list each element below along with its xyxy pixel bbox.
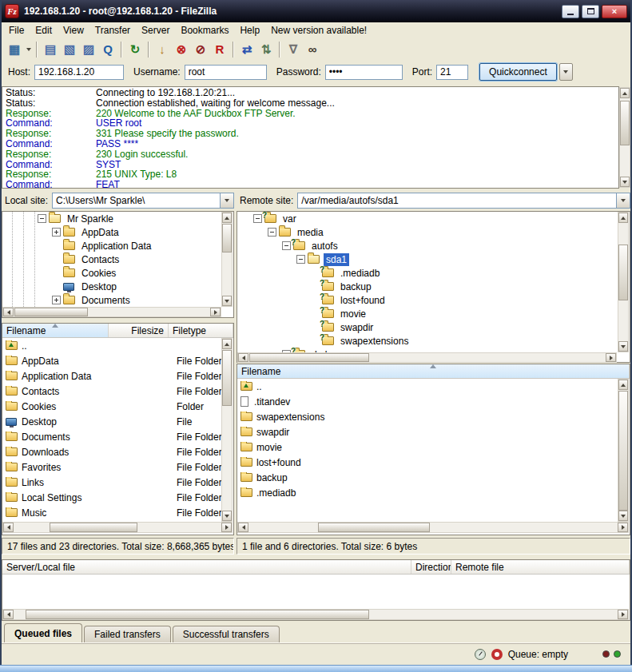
cancel-icon[interactable]: ⊗ <box>172 41 191 58</box>
collapse-icon[interactable] <box>296 255 305 264</box>
remote-tree-scrollbar[interactable] <box>618 212 629 352</box>
network-status-icon[interactable] <box>491 649 503 660</box>
column-header-filename[interactable]: Filename <box>237 364 630 378</box>
scroll-thumb[interactable] <box>14 308 88 316</box>
remote-file-row[interactable]: backup <box>237 470 630 485</box>
directory-comparison-icon[interactable]: ⇄ <box>237 41 256 58</box>
local-tree-toggle-icon[interactable]: ▧ <box>60 41 79 58</box>
local-tree-hscrollbar[interactable] <box>2 307 221 317</box>
refresh-icon[interactable]: ↻ <box>125 41 145 58</box>
menu-item-new-version-available[interactable]: New version available! <box>265 22 372 38</box>
local-list-hscrollbar[interactable] <box>2 522 233 533</box>
scroll-thumb[interactable] <box>26 610 369 619</box>
column-header-filetype[interactable]: Filetype <box>169 324 233 337</box>
collapse-icon[interactable] <box>282 241 291 250</box>
scroll-down-button[interactable] <box>618 341 628 352</box>
local-tree-item[interactable]: Documents <box>2 293 233 307</box>
scroll-left-button[interactable] <box>238 523 248 532</box>
local-file-row[interactable]: LinksFile Folder <box>2 475 233 490</box>
column-header-filename[interactable]: Filename <box>2 324 109 337</box>
collapse-icon[interactable] <box>38 214 46 223</box>
remote-tree-item[interactable]: sda1 <box>237 252 630 266</box>
local-file-row[interactable]: AppDataFile Folder <box>2 353 233 368</box>
remote-file-row[interactable]: swapextensions <box>237 409 630 424</box>
local-file-row[interactable]: Application DataFile Folder <box>2 368 233 384</box>
scroll-right-button[interactable] <box>606 353 616 362</box>
column-header-remote-file[interactable]: Remote file <box>451 560 630 574</box>
remote-file-row[interactable]: swapdir <box>237 424 630 439</box>
scroll-thumb[interactable] <box>249 353 369 362</box>
tab-queued-files[interactable]: Queued files <box>4 623 82 642</box>
speed-limits-icon[interactable] <box>475 649 486 660</box>
column-header-filesize[interactable]: Filesize <box>109 324 169 337</box>
synchronized-browsing-icon[interactable]: ⇅ <box>256 41 276 58</box>
column-header-server-local-file[interactable]: Server/Local file <box>2 560 411 574</box>
scroll-thumb[interactable] <box>318 523 430 532</box>
quickconnect-button[interactable]: Quickconnect <box>479 63 557 81</box>
remote-tree-item[interactable]: ?swapdir <box>237 320 630 334</box>
remote-site-combo[interactable]: /var/media/autofs/sda1 <box>297 193 630 209</box>
process-queue-icon[interactable]: ↓ <box>153 41 172 58</box>
close-button[interactable]: × <box>602 5 627 18</box>
queue-hscrollbar[interactable] <box>2 609 629 620</box>
scroll-left-button[interactable] <box>3 610 14 619</box>
scroll-thumb[interactable] <box>618 391 628 511</box>
collapse-icon[interactable] <box>268 228 276 237</box>
scroll-left-button[interactable] <box>3 308 14 316</box>
maximize-button[interactable] <box>582 5 599 18</box>
local-tree-item[interactable]: Application Data <box>2 239 233 252</box>
local-file-row[interactable]: ContactsFile Folder <box>2 384 233 399</box>
scroll-thumb[interactable] <box>222 224 232 252</box>
host-input[interactable] <box>34 65 124 80</box>
remote-tree-item[interactable]: ?.mediadb <box>237 266 630 280</box>
scroll-up-button[interactable] <box>620 88 630 98</box>
remote-tree-toggle-icon[interactable]: ▨ <box>79 41 98 58</box>
queue-toggle-icon[interactable]: Q <box>98 41 117 58</box>
local-file-row[interactable]: CookiesFolder <box>2 399 233 414</box>
remote-file-row[interactable]: movie <box>237 439 630 455</box>
local-tree-item[interactable]: Desktop <box>2 280 233 293</box>
find-files-icon[interactable]: ∞ <box>303 41 322 58</box>
local-site-combo[interactable]: C:\Users\Mr Sparkle\ <box>52 193 234 209</box>
local-file-row[interactable]: MusicFile Folder <box>2 505 233 520</box>
local-tree-item[interactable]: Cookies <box>2 266 233 280</box>
remote-site-dropdown-button[interactable] <box>616 193 630 208</box>
scroll-left-button[interactable] <box>238 353 248 362</box>
password-input[interactable] <box>325 65 403 80</box>
local-site-dropdown-button[interactable] <box>220 193 233 208</box>
tab-successful-transfers[interactable]: Successful transfers <box>173 626 280 642</box>
site-manager-icon[interactable]: ▦ <box>5 41 24 58</box>
expand-icon[interactable] <box>52 228 61 237</box>
menu-item-help[interactable]: Help <box>234 22 265 38</box>
titlebar[interactable]: Fz 192.168.1.20 - root@192.168.1.20 - Fi… <box>0 0 632 22</box>
local-file-row[interactable]: FavoritesFile Folder <box>2 459 233 475</box>
remote-tree-item[interactable]: media <box>237 225 630 239</box>
local-file-row[interactable]: DocumentsFile Folder <box>2 429 233 444</box>
site-manager-dropdown-icon[interactable] <box>24 41 33 58</box>
scroll-right-button[interactable] <box>618 523 628 532</box>
menu-item-file[interactable]: File <box>3 22 30 38</box>
remote-file-row[interactable]: lost+found <box>237 455 630 470</box>
menu-item-view[interactable]: View <box>58 22 89 38</box>
scroll-down-button[interactable] <box>222 511 232 521</box>
column-header-direction[interactable]: Direction <box>411 560 451 574</box>
local-file-row[interactable]: DesktopFile <box>2 414 233 429</box>
remote-tree-item[interactable]: ?backup <box>237 280 630 293</box>
local-list-scrollbar[interactable] <box>221 338 233 522</box>
port-input[interactable] <box>436 65 468 80</box>
remote-file-row[interactable]: .titandev <box>237 394 630 409</box>
expand-icon[interactable] <box>52 296 61 304</box>
scroll-up-button[interactable] <box>222 339 232 349</box>
remote-file-row[interactable]: .mediadb <box>237 485 630 500</box>
disconnect-icon[interactable]: ⊘ <box>191 41 210 58</box>
local-tree-scrollbar[interactable] <box>221 212 233 307</box>
local-file-row[interactable]: DownloadsFile Folder <box>2 444 233 459</box>
scroll-up-button[interactable] <box>222 213 232 223</box>
collapse-icon[interactable] <box>253 214 262 223</box>
menu-item-bookmarks[interactable]: Bookmarks <box>175 22 234 38</box>
minimize-button[interactable] <box>562 5 579 18</box>
remote-tree-hscrollbar[interactable] <box>237 352 617 363</box>
scroll-thumb[interactable] <box>620 101 630 145</box>
message-log-toggle-icon[interactable]: ▤ <box>41 41 60 58</box>
scroll-down-button[interactable] <box>222 296 232 306</box>
